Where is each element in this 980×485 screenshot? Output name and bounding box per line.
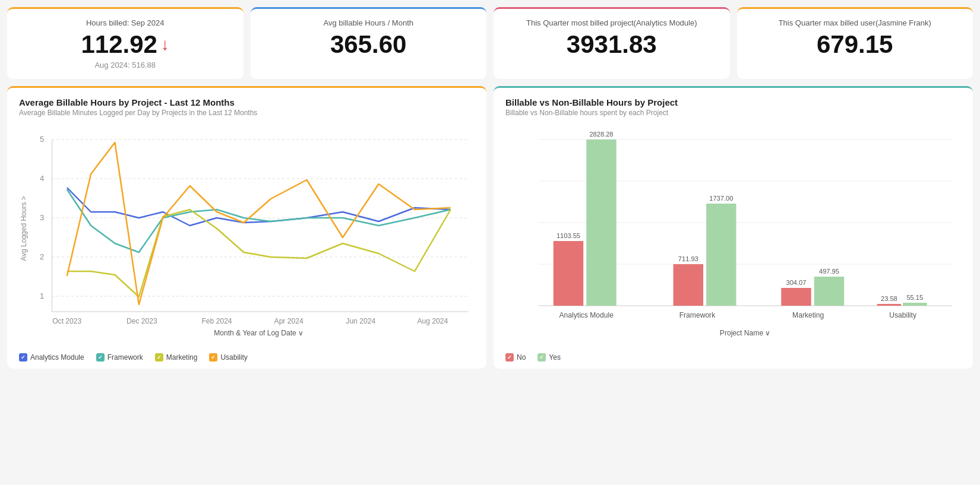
svg-text:2828.28: 2828.28 [589, 131, 613, 138]
legend-marketing: ✓ Marketing [155, 353, 198, 362]
svg-text:Aug 2024: Aug 2024 [417, 317, 448, 325]
legend-yes-label: Yes [549, 353, 561, 362]
svg-text:Framework: Framework [679, 311, 716, 319]
legend-no: ✓ No [505, 353, 526, 362]
legend-no-label: No [517, 353, 526, 362]
bar-chart-svg: 1103.55 2828.28 Analytics Module 711.93 … [505, 122, 961, 347]
legend-no-checkbox: ✓ [505, 353, 514, 362]
legend-usability-checkbox: ✓ [209, 353, 217, 362]
svg-text:Apr 2024: Apr 2024 [274, 317, 304, 325]
svg-text:Month & Year of Log Date ∨: Month & Year of Log Date ∨ [214, 329, 304, 337]
bar-chart-desc: Billable vs Non-Billable hours spent by … [505, 109, 961, 117]
bar-framework-yes [706, 204, 736, 306]
legend-marketing-label: Marketing [166, 353, 198, 362]
svg-text:Marketing: Marketing [792, 311, 824, 319]
legend-usability: ✓ Usability [209, 353, 247, 362]
quarter-project-card: This Quarter most billed project(Analyti… [494, 7, 730, 79]
legend-yes: ✓ Yes [538, 353, 561, 362]
quarter-project-value: 3931.83 [505, 31, 718, 58]
bar-chart-legend: ✓ No ✓ Yes [505, 353, 961, 362]
hours-billed-card: Hours billed: Sep 2024 112.92 ↓ Aug 2024… [7, 7, 244, 79]
svg-text:Avg Logged Hours >: Avg Logged Hours > [20, 196, 28, 261]
svg-text:Project Name ∨: Project Name ∨ [720, 329, 771, 337]
quarter-user-subtitle: This Quarter max billed user(Jasmine Fra… [749, 18, 962, 27]
line-chart-svg: 5 4 3 2 1 Avg Logged Hours > Oct 2023 De… [19, 122, 475, 347]
legend-yes-checkbox: ✓ [538, 353, 546, 362]
avg-billable-card: Avg billable Hours / Month 365.60 [251, 7, 487, 79]
svg-text:Usability: Usability [889, 311, 916, 319]
down-arrow-icon: ↓ [161, 36, 169, 53]
svg-text:Oct 2023: Oct 2023 [52, 317, 81, 325]
svg-text:1103.55: 1103.55 [557, 232, 580, 239]
bar-marketing-yes [814, 277, 844, 306]
svg-text:2: 2 [40, 252, 44, 261]
bar-analytics-yes [586, 140, 616, 306]
line-chart-legend: ✓ Analytics Module ✓ Framework ✓ Marketi… [19, 353, 475, 362]
svg-text:1: 1 [40, 291, 44, 300]
line-chart-desc: Average Billable Minutes Logged per Day … [19, 109, 475, 117]
bar-marketing-no [781, 288, 811, 306]
top-cards-row: Hours billed: Sep 2024 112.92 ↓ Aug 2024… [7, 7, 973, 79]
bar-chart-card: Billable vs Non-Billable Hours by Projec… [494, 86, 973, 369]
svg-text:Analytics Module: Analytics Module [559, 311, 614, 319]
legend-framework: ✓ Framework [96, 353, 143, 362]
hours-billed-value: 112.92 [81, 31, 157, 58]
quarter-project-subtitle: This Quarter most billed project(Analyti… [505, 18, 718, 27]
bar-framework-no [674, 264, 703, 306]
bar-chart-title: Billable vs Non-Billable Hours by Projec… [505, 97, 961, 107]
legend-usability-label: Usability [220, 353, 247, 362]
legend-analytics-module: ✓ Analytics Module [19, 353, 84, 362]
svg-text:304.07: 304.07 [786, 279, 806, 286]
hours-billed-subtitle: Hours billed: Sep 2024 [19, 18, 232, 27]
svg-text:5: 5 [40, 135, 44, 144]
quarter-user-value: 679.15 [749, 31, 962, 58]
svg-text:55.15: 55.15 [906, 294, 923, 301]
quarter-user-card: This Quarter max billed user(Jasmine Fra… [737, 7, 973, 79]
legend-framework-checkbox: ✓ [96, 353, 105, 362]
legend-framework-label: Framework [108, 353, 143, 362]
bar-analytics-no [554, 241, 583, 306]
bar-usability-no [877, 304, 901, 306]
svg-text:1737.00: 1737.00 [709, 195, 733, 202]
legend-analytics-label: Analytics Module [30, 353, 84, 362]
avg-billable-value: 365.60 [263, 31, 475, 58]
svg-text:Jun 2024: Jun 2024 [346, 317, 375, 325]
bottom-charts-row: Average Billable Hours by Project - Last… [7, 86, 973, 369]
line-chart-card: Average Billable Hours by Project - Last… [7, 86, 486, 369]
svg-text:4: 4 [40, 174, 44, 183]
bar-usability-yes [903, 303, 927, 306]
legend-analytics-checkbox: ✓ [19, 353, 27, 362]
avg-billable-subtitle: Avg billable Hours / Month [263, 18, 475, 27]
svg-text:497.95: 497.95 [819, 268, 839, 275]
svg-text:23.58: 23.58 [881, 295, 897, 302]
svg-text:3: 3 [40, 213, 44, 222]
svg-text:711.93: 711.93 [678, 255, 698, 262]
svg-text:Dec 2023: Dec 2023 [127, 317, 157, 325]
svg-text:Feb 2024: Feb 2024 [201, 317, 232, 325]
line-chart-title: Average Billable Hours by Project - Last… [19, 97, 475, 107]
hours-billed-prev: Aug 2024: 516.88 [19, 61, 232, 69]
legend-marketing-checkbox: ✓ [155, 353, 163, 362]
